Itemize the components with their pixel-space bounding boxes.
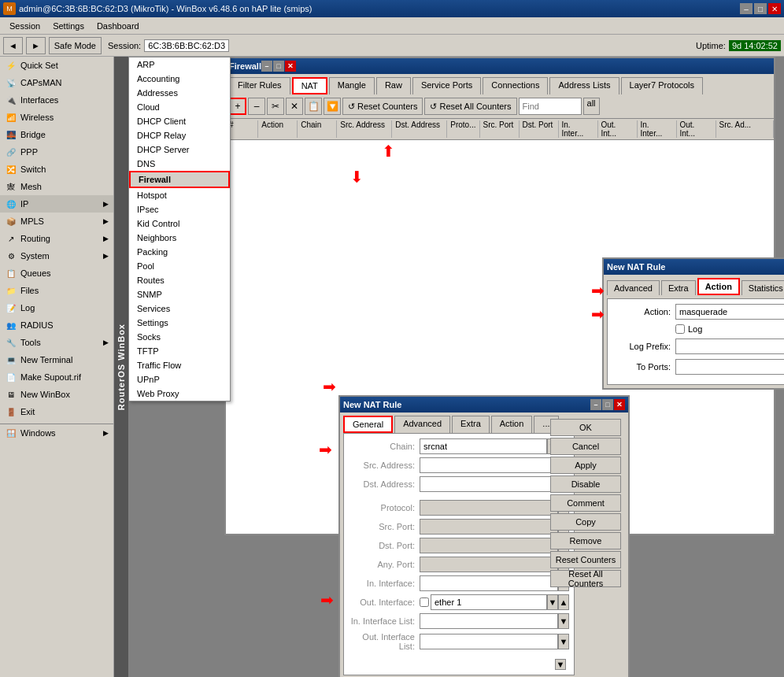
submenu-firewall[interactable]: Firewall: [129, 171, 230, 188]
sidebar-item-queues[interactable]: 📋 Queues: [0, 265, 113, 282]
submenu-hotspot[interactable]: Hotspot: [129, 188, 230, 202]
sidebar-item-routing[interactable]: ↗ Routing ▶: [0, 230, 113, 247]
submenu-dns[interactable]: DNS: [129, 157, 230, 171]
tab-general[interactable]: General: [343, 416, 393, 433]
chain-input[interactable]: [420, 438, 547, 454]
submenu-socks[interactable]: Socks: [129, 330, 230, 344]
nat-cancel-btn[interactable]: Cancel: [550, 438, 621, 455]
menu-dashboard[interactable]: Dashboard: [91, 20, 146, 32]
submenu-routes[interactable]: Routes: [129, 273, 230, 287]
tab-action-advanced[interactable]: Advanced: [607, 280, 660, 295]
submenu-addresses[interactable]: Addresses: [129, 86, 230, 100]
sidebar-item-bridge[interactable]: 🌉 Bridge: [0, 126, 113, 143]
tab-nat[interactable]: NAT: [292, 77, 327, 94]
fw-remove-btn[interactable]: –: [248, 98, 265, 115]
out-interface-checkbox[interactable]: [420, 597, 429, 607]
submenu-packing[interactable]: Packing: [129, 245, 230, 259]
fw-cut-btn[interactable]: ✂: [267, 98, 284, 115]
fw-reset-all-btn[interactable]: ↺ Reset All Counters: [424, 98, 516, 115]
nat-general-close-btn[interactable]: ✕: [614, 399, 625, 410]
submenu-ipsec[interactable]: IPsec: [129, 202, 230, 216]
submenu-upnp[interactable]: UPnP: [129, 372, 230, 387]
submenu-tftp[interactable]: TFTP: [129, 344, 230, 358]
tab-layer7[interactable]: Layer7 Protocols: [621, 77, 704, 94]
sidebar-item-windows[interactable]: 🪟 Windows ▶: [0, 424, 113, 442]
sidebar-item-tools[interactable]: 🔧 Tools ▶: [0, 334, 113, 351]
fw-filter-btn[interactable]: 🔽: [324, 98, 341, 115]
tab-filter-rules[interactable]: Filter Rules: [229, 77, 290, 94]
sidebar-item-system[interactable]: ⚙ System ▶: [0, 247, 113, 265]
sidebar-item-capsman[interactable]: 📡 CAPsMAN: [0, 74, 113, 91]
fw-close-btn[interactable]: ✕: [285, 61, 296, 72]
sidebar-item-quickset[interactable]: ⚡ Quick Set: [0, 57, 113, 74]
tab-action[interactable]: Action: [491, 416, 533, 433]
submenu-pool[interactable]: Pool: [129, 259, 230, 273]
nat-remove-btn[interactable]: Remove: [550, 532, 621, 549]
menu-session[interactable]: Session: [3, 20, 46, 32]
action-input[interactable]: [675, 304, 784, 320]
log-prefix-input[interactable]: [675, 338, 784, 354]
dst-port-input[interactable]: [420, 538, 558, 553]
sidebar-item-interfaces[interactable]: 🔌 Interfaces: [0, 91, 113, 109]
submenu-settings[interactable]: Settings: [129, 316, 230, 330]
nat-reset-counters-btn[interactable]: Reset Counters: [550, 551, 621, 568]
to-ports-input[interactable]: [675, 359, 784, 375]
out-interface-list-input[interactable]: [420, 634, 558, 649]
dst-address-input[interactable]: [420, 476, 558, 492]
sidebar-item-radius[interactable]: 👥 RADIUS: [0, 316, 113, 334]
submenu-web-proxy[interactable]: Web Proxy: [129, 387, 230, 401]
fw-delete-btn[interactable]: ✕: [286, 98, 303, 115]
nat-general-min-btn[interactable]: –: [590, 399, 601, 410]
sidebar-item-supout[interactable]: 📄 Make Supout.rif: [0, 368, 113, 386]
maximize-button[interactable]: □: [754, 3, 767, 14]
sidebar-item-exit[interactable]: 🚪 Exit: [0, 403, 113, 420]
nat-ok-btn[interactable]: OK: [550, 419, 621, 436]
submenu-dhcp-client[interactable]: DHCP Client: [129, 114, 230, 128]
safe-mode-button[interactable]: Safe Mode: [49, 37, 102, 54]
tab-action-statistics[interactable]: Statistics: [741, 280, 784, 295]
submenu-snmp[interactable]: SNMP: [129, 287, 230, 302]
sidebar-item-mpls[interactable]: 📦 MPLS ▶: [0, 213, 113, 230]
sidebar-item-files[interactable]: 📁 Files: [0, 282, 113, 299]
submenu-kid-control[interactable]: Kid Control: [129, 216, 230, 231]
submenu-services[interactable]: Services: [129, 302, 230, 316]
out-ifl-dropdown-btn[interactable]: ▼: [558, 634, 569, 649]
tab-action-extra[interactable]: Extra: [661, 280, 696, 295]
nat-comment-btn[interactable]: Comment: [550, 494, 621, 512]
out-interface-input[interactable]: [431, 594, 547, 610]
sidebar-item-mesh[interactable]: 🕸 Mesh: [0, 178, 113, 195]
nat-reset-all-btn[interactable]: Reset All Counters: [550, 570, 621, 587]
tab-service-ports[interactable]: Service Ports: [412, 77, 481, 94]
sidebar-item-ip[interactable]: 🌐 IP ▶: [0, 195, 113, 213]
submenu-neighbors[interactable]: Neighbors: [129, 231, 230, 245]
tab-mangle[interactable]: Mangle: [329, 77, 375, 94]
sidebar-item-switch[interactable]: 🔀 Switch: [0, 161, 113, 178]
submenu-cloud[interactable]: Cloud: [129, 100, 230, 114]
nat-disable-btn[interactable]: Disable: [550, 475, 621, 493]
tab-extra[interactable]: Extra: [452, 416, 490, 433]
nat-general-max-btn[interactable]: □: [602, 399, 613, 410]
back-button[interactable]: ◄: [3, 37, 23, 54]
nat-content-scroll-down[interactable]: ▼: [555, 659, 566, 670]
minimize-button[interactable]: –: [740, 3, 753, 14]
fw-copy-btn[interactable]: 📋: [305, 98, 322, 115]
submenu-traffic-flow[interactable]: Traffic Flow: [129, 358, 230, 372]
nat-apply-btn[interactable]: Apply: [550, 457, 621, 474]
fw-add-btn[interactable]: +: [229, 98, 246, 115]
sidebar-item-terminal[interactable]: 💻 New Terminal: [0, 351, 113, 368]
submenu-accounting[interactable]: Accounting: [129, 72, 230, 86]
sidebar-item-log[interactable]: 📝 Log: [0, 299, 113, 316]
protocol-input[interactable]: [420, 500, 558, 516]
menu-settings[interactable]: Settings: [46, 20, 91, 32]
log-checkbox[interactable]: [675, 324, 685, 334]
sidebar-item-ppp[interactable]: 🔗 PPP: [0, 143, 113, 161]
fw-min-btn[interactable]: –: [261, 61, 272, 72]
submenu-dhcp-server[interactable]: DHCP Server: [129, 142, 230, 157]
sidebar-item-newwinbox[interactable]: 🖥 New WinBox: [0, 386, 113, 403]
sidebar-item-wireless[interactable]: 📶 Wireless: [0, 109, 113, 126]
tab-raw[interactable]: Raw: [376, 77, 411, 94]
in-interface-input[interactable]: [420, 575, 558, 591]
tab-advanced[interactable]: Advanced: [394, 416, 450, 433]
tab-address-lists[interactable]: Address Lists: [549, 77, 619, 94]
nat-copy-btn[interactable]: Copy: [550, 513, 621, 531]
